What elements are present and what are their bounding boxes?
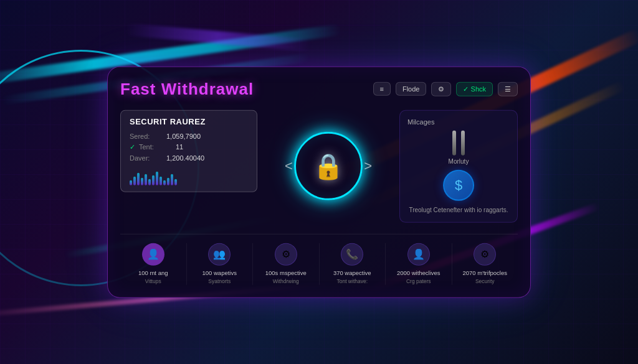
stat-icon-2: ⚙ bbox=[275, 243, 297, 265]
stat-title-0: 100 mt ang bbox=[125, 269, 181, 276]
info-label-2: Tent: bbox=[139, 142, 173, 151]
right-panel: Milcages Morluty $ Treolugt Cetenefter w… bbox=[399, 110, 518, 222]
menu-button[interactable]: ≡ bbox=[373, 82, 391, 96]
wave-bar bbox=[174, 179, 177, 185]
stat-title-1: 100 wapetivs bbox=[192, 269, 248, 276]
stat-title-2: 100s mspective bbox=[258, 269, 314, 276]
info-label-3: Daver: bbox=[130, 154, 164, 161]
waveform bbox=[130, 166, 248, 185]
background: Fast Withdrawal ≡ Flode ⚙ ✓ Shck ☰ SECUR… bbox=[0, 0, 638, 364]
security-req-title: SECURIT RAUREZ bbox=[130, 116, 248, 126]
info-value-2: 11 bbox=[176, 142, 183, 151]
stat-icon-3: 📞 bbox=[341, 243, 363, 265]
stat-icon-1: 👥 bbox=[208, 243, 231, 265]
nav-button[interactable]: ☰ bbox=[498, 82, 518, 96]
card-body: SECURIT RAUREZ Sered: 1,059,7900 ✓ Tent:… bbox=[120, 110, 518, 222]
nav-arrow-left[interactable]: < bbox=[285, 158, 293, 174]
stat-subtitle-0: Vittups bbox=[125, 278, 181, 285]
checkmark-icon: ✓ bbox=[130, 142, 135, 151]
stat-item-2: ⚙ 100s mspective Withdrwing bbox=[253, 243, 320, 284]
card-header: Fast Withdrawal ≡ Flode ⚙ ✓ Shck ☰ bbox=[120, 79, 518, 98]
wave-bar bbox=[130, 180, 132, 185]
monitor-line-2 bbox=[461, 130, 465, 155]
right-description: Treolugt Cetenefter with io raggarts. bbox=[407, 205, 510, 214]
wave-bar bbox=[171, 174, 173, 185]
settings-button[interactable]: ⚙ bbox=[431, 82, 451, 96]
stat-subtitle-2: Withdrwing bbox=[258, 278, 314, 285]
stat-icon-4: 👤 bbox=[407, 243, 430, 265]
wave-bar bbox=[152, 175, 155, 185]
monitor-lines-row bbox=[407, 130, 510, 155]
info-row-2: ✓ Tent: 11 bbox=[130, 142, 248, 151]
header-buttons: ≡ Flode ⚙ ✓ Shck ☰ bbox=[373, 82, 518, 96]
wave-bar bbox=[133, 176, 136, 185]
milcages-label: Milcages bbox=[407, 118, 510, 125]
stat-item-4: 👤 2000 witheclives Crg paters bbox=[386, 243, 452, 284]
stat-subtitle-5: Security bbox=[457, 278, 513, 285]
stat-subtitle-3: Tont withave: bbox=[325, 278, 381, 285]
wave-bar bbox=[160, 176, 162, 185]
stat-item-0: 👤 100 mt ang Vittups bbox=[120, 243, 187, 284]
shield-dollar-icon: $ bbox=[443, 169, 474, 200]
nav-arrow-right[interactable]: > bbox=[364, 158, 372, 174]
stat-item-3: 📞 370 wapective Tont withave: bbox=[320, 243, 386, 284]
security-req-box: SECURIT RAUREZ Sered: 1,059,7900 ✓ Tent:… bbox=[120, 110, 257, 192]
stat-title-3: 370 wapective bbox=[325, 269, 381, 276]
wave-bar bbox=[148, 179, 151, 185]
info-label-1: Sered: bbox=[130, 132, 164, 139]
flode-button[interactable]: Flode bbox=[396, 82, 427, 96]
main-card: Fast Withdrawal ≡ Flode ⚙ ✓ Shck ☰ SECUR… bbox=[107, 66, 531, 297]
info-value-1: 1,059,7900 bbox=[166, 132, 201, 139]
wave-bar bbox=[141, 177, 143, 185]
lock-container: < 🔒 > bbox=[291, 129, 366, 203]
left-panel: SECURIT RAUREZ Sered: 1,059,7900 ✓ Tent:… bbox=[120, 110, 257, 222]
wave-bar bbox=[145, 174, 147, 185]
monitor-line-1 bbox=[452, 130, 456, 155]
wave-bar bbox=[163, 180, 166, 185]
shield-button[interactable]: ✓ Shck bbox=[456, 82, 493, 96]
wave-bar bbox=[137, 172, 140, 185]
wave-bar bbox=[156, 171, 158, 185]
info-row-1: Sered: 1,059,7900 bbox=[130, 132, 248, 139]
morluty-label: Morluty bbox=[407, 157, 510, 164]
stat-icon-0: 👤 bbox=[142, 243, 164, 265]
stat-item-5: ⚙ 2070 m'trifpocles Security bbox=[452, 243, 518, 284]
card-title: Fast Withdrawal bbox=[120, 79, 254, 98]
stat-title-4: 2000 witheclives bbox=[391, 269, 447, 276]
lock-icon: 🔒 bbox=[313, 151, 344, 180]
info-row-3: Daver: 1,200.40040 bbox=[130, 154, 248, 161]
stat-item-1: 👥 100 wapetivs Syatnorts bbox=[187, 243, 254, 284]
wave-bar bbox=[167, 177, 169, 185]
stat-subtitle-1: Syatnorts bbox=[192, 278, 248, 285]
right-card: Milcages Morluty $ Treolugt Cetenefter w… bbox=[399, 110, 518, 222]
stat-subtitle-4: Crg paters bbox=[391, 278, 447, 285]
center-panel: < 🔒 > bbox=[267, 110, 389, 222]
info-value-3: 1,200.40040 bbox=[166, 154, 204, 161]
stat-icon-5: ⚙ bbox=[474, 243, 496, 265]
stat-title-5: 2070 m'trifpocles bbox=[457, 269, 513, 276]
stats-bar: 👤 100 mt ang Vittups 👥 100 wapetivs Syat… bbox=[120, 233, 518, 284]
